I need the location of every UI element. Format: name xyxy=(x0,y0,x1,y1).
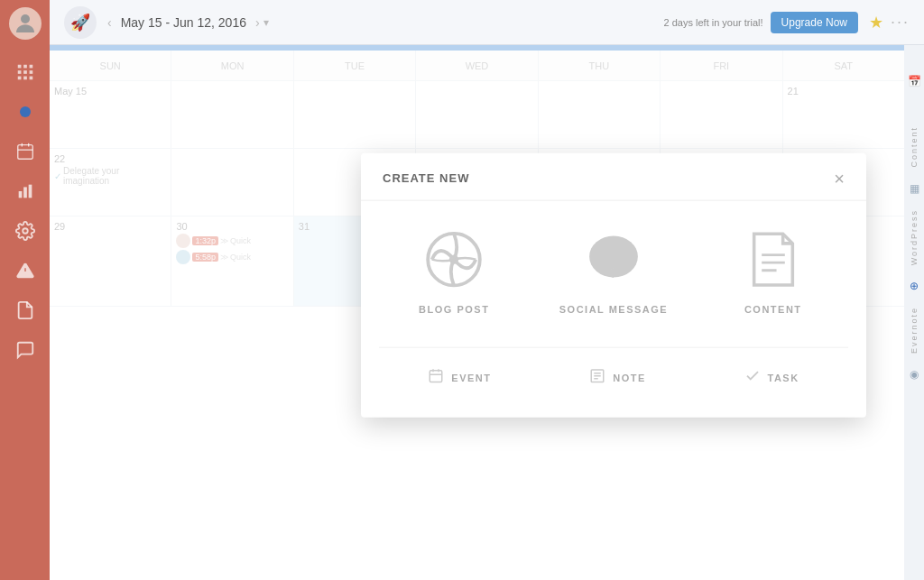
trial-text: 2 days left in your trial! xyxy=(664,17,763,28)
social-message-icon xyxy=(582,227,645,290)
right-icon-calendar[interactable]: 📅 xyxy=(908,75,921,87)
note-label: NOTE xyxy=(613,373,646,383)
upgrade-button[interactable]: Upgrade Now xyxy=(771,12,858,33)
star-icon[interactable]: ★ xyxy=(869,13,883,32)
svg-rect-27 xyxy=(430,370,443,382)
svg-rect-2 xyxy=(23,65,27,69)
create-event-item[interactable]: EVENT xyxy=(410,356,509,399)
sidebar-item-alert[interactable] xyxy=(9,254,42,287)
right-label-wordpress: WordPress xyxy=(910,200,919,274)
sidebar xyxy=(0,0,50,580)
sidebar-item-document[interactable] xyxy=(9,294,42,327)
svg-rect-14 xyxy=(18,191,22,198)
right-icon-content[interactable]: ▦ xyxy=(910,182,919,195)
svg-rect-7 xyxy=(17,77,21,80)
prev-arrow[interactable]: ‹ xyxy=(107,15,112,30)
next-arrow[interactable]: › xyxy=(255,15,260,30)
create-task-item[interactable]: TASK xyxy=(726,356,818,399)
modal-close-button[interactable]: × xyxy=(834,169,845,187)
svg-rect-5 xyxy=(23,70,27,74)
sidebar-item-home[interactable] xyxy=(9,96,42,128)
right-label-content: Content xyxy=(910,117,919,177)
sidebar-item-comment[interactable] xyxy=(9,334,42,366)
modal-header: CREATE NEW × xyxy=(361,152,866,200)
social-message-label: SOCIAL MESSAGE xyxy=(559,303,668,314)
content-label: CONTENT xyxy=(744,303,802,314)
svg-point-17 xyxy=(23,228,28,234)
svg-rect-8 xyxy=(23,77,27,80)
create-content-item[interactable]: CONTENT xyxy=(728,227,818,314)
date-range-label: May 15 - Jun 12, 2016 xyxy=(121,15,246,30)
event-icon xyxy=(428,367,444,388)
rocket-icon: 🚀 xyxy=(64,6,97,39)
svg-rect-1 xyxy=(17,65,21,69)
modal-body: BLOG POST SOCIAL MESSAGE xyxy=(361,200,866,417)
create-social-message-item[interactable]: SOCIAL MESSAGE xyxy=(559,227,668,314)
svg-rect-9 xyxy=(29,77,32,80)
modal-title: CREATE NEW xyxy=(383,171,469,185)
content-icon xyxy=(742,227,805,290)
right-icon-evernote[interactable]: ◉ xyxy=(910,368,919,381)
modal-top-row: BLOG POST SOCIAL MESSAGE xyxy=(379,227,848,314)
user-avatar[interactable] xyxy=(9,7,42,40)
svg-point-0 xyxy=(21,14,30,23)
wordpress-icon xyxy=(422,227,485,290)
task-label: TASK xyxy=(768,373,799,383)
sidebar-item-grid[interactable] xyxy=(9,56,42,88)
event-label: EVENT xyxy=(451,373,491,383)
sidebar-item-calendar[interactable] xyxy=(9,135,42,168)
svg-rect-4 xyxy=(17,70,21,74)
topbar: 🚀 ‹ May 15 - Jun 12, 2016 › ▾ 2 days lef… xyxy=(50,0,924,45)
task-icon xyxy=(744,367,761,388)
svg-rect-16 xyxy=(28,185,32,198)
sidebar-item-chart[interactable] xyxy=(9,175,42,207)
modal-bottom-row: EVENT NOTE TASK xyxy=(379,346,848,399)
svg-rect-6 xyxy=(29,70,32,74)
blog-post-label: BLOG POST xyxy=(419,303,489,314)
create-new-modal: CREATE NEW × BLOG POST xyxy=(361,152,866,417)
create-note-item[interactable]: NOTE xyxy=(571,356,664,399)
date-dropdown-icon[interactable]: ▾ xyxy=(263,16,269,29)
sidebar-item-settings[interactable] xyxy=(9,215,42,247)
right-icon-wordpress[interactable]: ⊕ xyxy=(910,280,919,292)
right-sidebar: 📅 Content ▦ WordPress ⊕ Evernote ◉ xyxy=(904,45,924,580)
note-icon xyxy=(589,367,605,388)
more-options[interactable]: ··· xyxy=(891,13,910,32)
svg-rect-3 xyxy=(29,65,32,69)
date-nav[interactable]: ‹ May 15 - Jun 12, 2016 › ▾ xyxy=(107,15,269,30)
svg-rect-15 xyxy=(23,187,27,198)
create-blog-post-item[interactable]: BLOG POST xyxy=(409,227,499,314)
svg-rect-10 xyxy=(17,145,32,160)
right-label-evernote: Evernote xyxy=(910,298,919,363)
